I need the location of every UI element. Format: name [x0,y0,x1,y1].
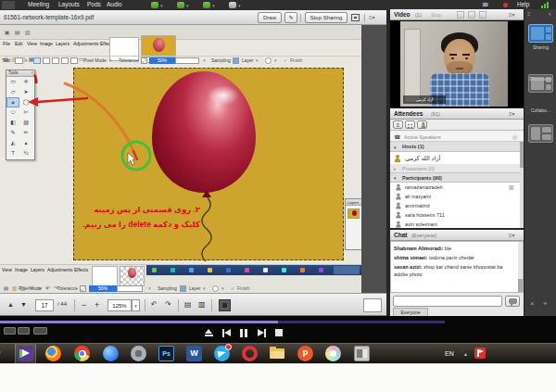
microphone-dropdown[interactable]: ▾ [186,3,189,8]
layer-dropdown[interactable]: ▾ [256,57,259,63]
layout-grid-icon[interactable] [457,11,464,19]
current-tool-swatch[interactable] [15,57,23,64]
video-pod-menu[interactable]: ≡▾ [509,11,515,18]
add-layout-icon[interactable]: + [543,299,548,308]
tool-gradient[interactable]: ◧ [6,118,19,128]
chat-pod-menu[interactable]: ≡▾ [509,232,515,238]
send-message-button[interactable] [505,296,520,307]
selection-mode-new[interactable] [33,57,41,64]
close-layouts-icon[interactable]: × [530,299,535,308]
layouts-menu-icon[interactable]: ≡ [527,11,531,17]
tool-pointer[interactable]: ➤ [19,87,32,97]
hosts-section-header[interactable]: ▾ Hosts (1) [390,142,524,152]
single-page-button[interactable]: ▤ [184,300,192,309]
layout-collaboration-thumb[interactable] [528,124,553,143]
microphone-icon[interactable] [177,2,184,8]
taskbar-telegram-icon[interactable] [214,346,230,361]
side-tool-button[interactable] [363,298,382,312]
stop-button[interactable] [272,326,285,339]
brush-option[interactable] [265,57,272,64]
eject-button[interactable] [202,326,215,339]
menu-audio[interactable]: Audio [107,1,122,7]
ps-menu-file[interactable]: File [3,41,10,46]
tool-lasso[interactable]: ▱ [6,87,19,97]
share-pod-menu[interactable]: ≡▾ [369,14,375,20]
tool-rect-select[interactable]: ▭ [6,77,19,87]
pause-button[interactable] [237,326,250,339]
page-up-button[interactable]: ▲ [7,301,14,308]
webcam-dropdown[interactable]: ▾ [238,3,241,8]
status-icon[interactable] [203,2,210,8]
selection-mode-invert[interactable] [70,57,78,64]
filmstrip-icon[interactable] [468,11,475,19]
tools-palette-header[interactable]: Tools× [6,70,34,77]
participant-row[interactable]: ali maryami [390,192,524,201]
zoom-dropdown[interactable]: ▾ [132,299,140,311]
tool-resize[interactable]: ½ [19,148,32,158]
tool-pen[interactable]: ✎ [6,128,19,138]
taskbar-frames-app-icon[interactable] [354,346,370,361]
taskbar-ie-icon[interactable]: e [0,346,10,361]
tool-sharpen[interactable]: ▴ [19,138,32,148]
taskbar-chrome-icon[interactable] [74,346,90,361]
tool-magic-wand[interactable]: ✶ [6,97,19,107]
tool-ellipse[interactable]: ⬭ [6,107,19,118]
attendee-status-button[interactable] [417,120,427,129]
participant-row[interactable]: amirmalmir [390,201,524,210]
layout-discussion-label[interactable]: Discussion [524,76,556,82]
taskbar-paint-app-icon[interactable] [325,346,341,361]
pin-icon[interactable]: ▾ [549,11,551,17]
layers-palette-header[interactable]: Layers [346,199,361,206]
ps-menu-view[interactable]: View [27,41,37,46]
pixel-mode-dropdown[interactable]: ▾ [109,57,112,63]
ps-menu-layers[interactable]: Layers [56,41,70,46]
speaker-dropdown[interactable]: ▾ [160,3,163,8]
player-badge-2[interactable] [18,327,30,335]
seek-bar[interactable] [0,321,445,323]
chat-input[interactable] [393,296,502,307]
page-number-input[interactable]: 17 [35,299,54,311]
fullscreen-icon[interactable] [351,14,360,21]
zoom-in-button[interactable]: + [95,300,99,310]
participant-row[interactable]: ramazaniazadeh ▥ [390,183,524,192]
tool-pattern[interactable]: ▨ [19,118,32,128]
finish-label[interactable]: Finish [290,57,302,63]
taskbar-browser-icon[interactable] [103,346,119,361]
menu-pods[interactable]: Pods [87,1,101,7]
rotate-left-button[interactable]: ↶ [151,300,158,309]
taskbar-p-app-icon[interactable]: p [297,346,313,361]
tray-expand-icon[interactable]: ▲ [463,351,468,357]
tool-dropdown[interactable]: ▾ [25,57,28,63]
tool-move[interactable]: ✛ [19,77,32,87]
previous-button[interactable] [220,326,233,339]
taskbar-firefox-icon[interactable] [45,346,61,361]
chat-scrollbar[interactable] [518,242,523,292]
selection-mode-intersect[interactable] [61,57,69,64]
speaker-icon[interactable] [151,2,158,8]
tool-eraser[interactable]: ◭ [6,138,19,148]
participants-section-header[interactable]: ▾ Participants (90) [390,173,524,183]
taskbar-gear-app-icon[interactable] [131,346,146,361]
pencil-tool-button[interactable]: ✎ [284,12,297,23]
selection-mode-add[interactable] [43,57,50,64]
menu-layouts[interactable]: Layouts [58,1,80,7]
tool-pencil[interactable]: ✏ [19,128,32,138]
tolerance-input[interactable]: 50% [149,57,175,64]
layout-sharing-thumb[interactable] [528,24,553,43]
taskbar-word-icon[interactable]: W [186,346,202,361]
page-down-button[interactable]: ▼ [20,301,27,308]
settings-icon[interactable]: ◎ [512,133,517,140]
zoom-out-button[interactable]: − [82,300,86,310]
grid-view-button[interactable] [405,120,415,129]
black-screen-button[interactable] [219,299,231,311]
phone-icon[interactable]: ☎ [482,1,488,7]
clear-icon[interactable]: × [203,57,206,63]
layout-sharing-label[interactable]: Sharing [524,44,556,50]
tool-crop[interactable]: ✄ [19,107,32,118]
next-button[interactable] [255,326,268,339]
language-indicator[interactable]: EN [445,350,454,357]
presenters-section-header[interactable]: ▸ Presenters (0) [390,164,524,173]
menu-meeting[interactable]: Meeting [28,1,49,7]
participant-row[interactable]: avin soleimani [390,220,524,228]
host-row[interactable]: آزاد الله کرمی [390,152,524,164]
